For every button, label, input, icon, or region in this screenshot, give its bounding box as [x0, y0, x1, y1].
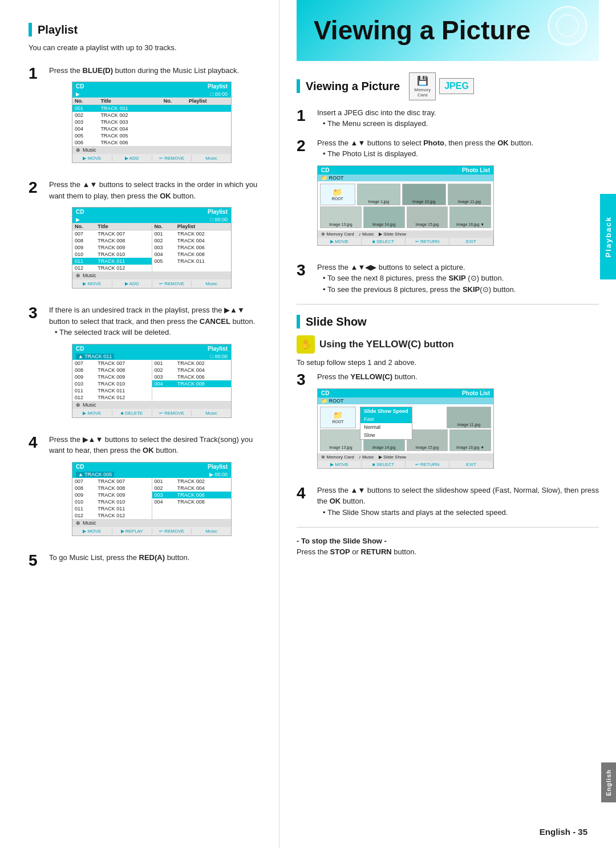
screen4-left: 007TRACK 007 008TRACK 008 009TRACK 009 0… [72, 478, 152, 519]
screen4-table-left: 007TRACK 007 008TRACK 008 009TRACK 009 0… [72, 478, 152, 519]
table-row: 009TRACK 009 [72, 374, 152, 380]
img11-label: Image 11.jpg [457, 423, 480, 427]
slideshow-header-right: Photo List [462, 390, 490, 396]
popup-area: Slide Show Speed Fast Normal Slow [358, 407, 445, 428]
table-row: 010TRACK 010 [72, 251, 152, 258]
row-pno [161, 132, 187, 139]
step-2-text: Press the ▲▼ buttons to select tracks in… [49, 179, 262, 201]
slideshow-footer2: ▶ Slide Show [379, 455, 406, 460]
right-step-3-num: 3 [297, 262, 317, 295]
table-row: 002TRACK 004 [152, 485, 232, 492]
footer-icon: ⊕ [76, 520, 80, 526]
step-5-content: To go Music List, press the RED(A) butto… [49, 552, 262, 570]
root-text: ROOT [332, 420, 343, 424]
img10-label: Image 10.jpg [412, 200, 435, 204]
img13-label: Image 13.jpg [329, 445, 352, 449]
table-row: 002TRACK 004 [152, 367, 232, 374]
row-playlist [187, 105, 231, 112]
right-column: Viewing a Picture Viewing a Picture 💾 Me… [279, 0, 616, 848]
table-row: 003TRACK 006 [152, 374, 232, 380]
btn-remove: ↩ REMOVE [152, 281, 192, 287]
photo-screen: CD Photo List 📁 ROOT 📁 ROOT [317, 165, 494, 246]
btn-select: ■ SELECT [362, 238, 406, 245]
photo-cell-root: 📁 ROOT [320, 184, 355, 205]
section-bar [29, 23, 32, 36]
step-4-text: Press the ▶▲▼ buttons to select the desi… [49, 434, 262, 456]
step-4-content: Press the ▶▲▼ buttons to select the desi… [49, 434, 262, 544]
slideshow-step-4-text: Press the ▲▼ buttons to select the slide… [317, 485, 599, 507]
right-step-3-bullet1: To see the next 8 pictures, press the SK… [323, 273, 599, 284]
page-footer: English - 35 [540, 827, 587, 837]
row-no: 004 [72, 125, 98, 132]
footer-text: Music [83, 273, 96, 278]
table-row: 005TRACK 011 [152, 258, 232, 265]
table-row: 001TRACK 002 [152, 360, 232, 367]
btn-remove: ↩ REMOVE [152, 528, 192, 534]
footer-text: English - 35 [540, 827, 587, 837]
memory-card-icon-box: 💾 MemoryCard [409, 72, 436, 100]
photo-cell-img10: Image 10.jpg [402, 184, 445, 205]
screen1-header: CD Playlist [72, 82, 231, 91]
step-5: 5 To go Music List, press the RED(A) but… [29, 552, 262, 570]
table-row: 004TRACK 008 [152, 498, 232, 505]
col-playlist: Playlist [175, 223, 231, 230]
screen2-table-right: No. Playlist 001TRACK 002 002TRACK 004 0… [152, 223, 232, 265]
divider-slide-show [297, 304, 599, 305]
table-row: 012TRACK 012 [72, 394, 152, 401]
table-row: 011TRACK 011 [72, 387, 152, 394]
right-step-1: 1 Insert a JPEG disc into the disc tray.… [297, 107, 599, 129]
row-title: TRACK 005 [98, 132, 161, 139]
english-sidebar-label: English [605, 769, 612, 796]
step-1-num: 1 [29, 65, 49, 172]
img13-label: Image 13.jpg [329, 222, 352, 226]
step-2: 2 Press the ▲▼ buttons to select tracks … [29, 179, 262, 297]
root-label: 📁 ROOT [321, 175, 344, 181]
viewing-section-header: Viewing a Picture 💾 MemoryCard JPEG [297, 72, 599, 100]
screen1-header-right: Playlist [208, 83, 228, 90]
speed-option-slow: Slow [360, 431, 412, 439]
stop-slide-show-text: Press the STOP or RETURN button. [297, 547, 599, 556]
viewing-section: Viewing a Picture 💾 MemoryCard JPEG 1 In… [297, 72, 599, 295]
screen4-header-right: Playlist [208, 464, 228, 470]
row-title: TRACK 004 [98, 125, 161, 132]
table-row: 011TRACK 011 [72, 505, 152, 512]
row-no: 005 [72, 132, 98, 139]
btn-select2: ■ SELECT [362, 461, 406, 468]
screen4-right: 001TRACK 002 002TRACK 004 003TRACK 006 0… [152, 478, 232, 519]
jpeg-icon: JPEG [444, 81, 469, 91]
decorative-circle-inner [556, 14, 579, 37]
btn-add: ▶ ADD [112, 281, 152, 287]
screen1-header-left: CD [76, 83, 84, 90]
table-row: 004 TRACK 004 [72, 125, 231, 132]
screen2-buttons: ▶ MOVE ▶ ADD ↩ REMOVE Music [72, 279, 231, 288]
music-footer: ♪ Music [359, 232, 374, 237]
screen1-footer: ⊕ Music [72, 146, 231, 154]
slideshow-cell-img13: Image 13.jpg [320, 429, 362, 451]
screen2-time: □ 00:00 [210, 217, 228, 222]
slide-show-section: Slide Show ✋ Using the YELLOW(C) button … [297, 315, 599, 556]
screen1-table: No. Title No. Playlist 001 TRACK 001 [72, 98, 231, 146]
table-row: 009TRACK 009 [72, 492, 152, 498]
slideshow-step-3-content: Press the YELLOW(C) button. CD Photo Lis… [317, 371, 599, 477]
table-row: 007TRACK 007 [72, 230, 152, 238]
folder-icon: 📁 [333, 188, 342, 197]
btn-move: ▶ MOVE [72, 528, 112, 534]
step-5-text: To go Music List, press the RED(A) butto… [49, 552, 262, 563]
screen2-icon: ▶ [76, 217, 80, 222]
right-step-1-text: Insert a JPEG disc into the disc tray. [317, 107, 599, 119]
right-step-1-content: Insert a JPEG disc into the disc tray. T… [317, 107, 599, 129]
slideshow-step-4-content: Press the ▲▼ buttons to select the slide… [317, 485, 599, 518]
playlist-title: Playlist [38, 23, 78, 36]
screen1-subheader: ▶ □ 00:00 [72, 91, 231, 98]
slideshow-grid-area: 📁 ROOT Slide Show Speed Fast [318, 404, 493, 453]
table-row: 012TRACK 012 [72, 512, 152, 519]
big-title: Viewing a Picture [314, 16, 582, 45]
step-3-num: 3 [29, 305, 49, 426]
row-title: TRACK 006 [98, 139, 161, 146]
cd-screen-1: CD Playlist ▶ □ 00:00 No. Title [72, 82, 232, 163]
screen2-footer: ⊕ Music [72, 271, 231, 279]
photo-header-left: CD [321, 167, 329, 173]
memory-card-footer2: ⊕ Memory Card [321, 455, 354, 460]
screen3-buttons: ▶ MOVE ■ DELETE ↩ REMOVE Music [72, 409, 231, 417]
step-3-bullet: The selected track will be deleted. [55, 327, 262, 338]
